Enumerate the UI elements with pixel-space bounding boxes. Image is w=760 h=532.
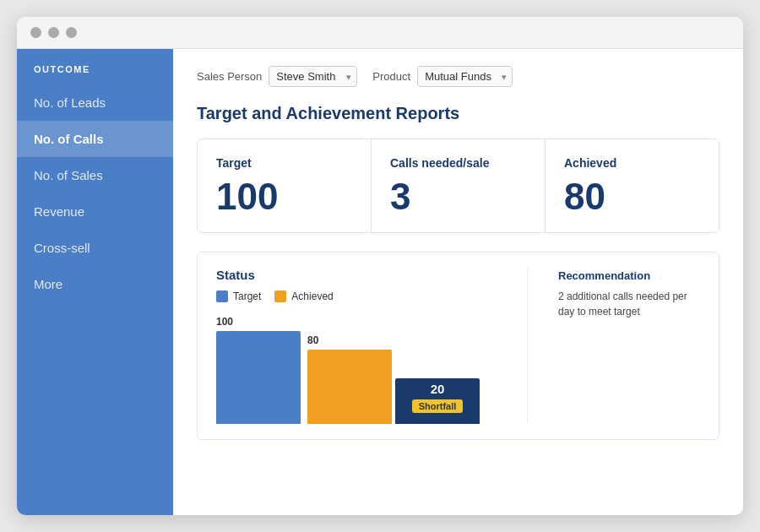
shortfall-bar-rect: 20 Shortfall	[395, 378, 480, 424]
kpi-card-achieved: Achieved 80	[546, 139, 719, 232]
bar-chart: 100 80 20 Shortfall	[216, 314, 527, 424]
status-panel: Status Target Achieved	[197, 252, 719, 440]
legend-item-target: Target	[216, 290, 261, 302]
sidebar-item-more[interactable]: More	[17, 266, 173, 302]
status-left: Status Target Achieved	[216, 268, 527, 424]
bar-label-achieved: 80	[307, 334, 318, 346]
bar-rect-target	[216, 331, 301, 424]
shortfall-value: 20	[431, 382, 445, 396]
legend-dot-achieved	[274, 290, 286, 302]
product-select[interactable]: Mutual Funds	[417, 66, 513, 87]
kpi-value-achieved: 80	[564, 178, 700, 215]
kpi-label-target: Target	[216, 156, 352, 170]
kpi-card-target: Target 100	[198, 139, 372, 232]
page-title: Target and Achievement Reports	[197, 104, 719, 123]
top-bar: Sales Person Steve Smith Product Mutual …	[197, 66, 719, 87]
chart-legend: Target Achieved	[216, 290, 527, 302]
product-label: Product	[372, 70, 410, 83]
salesperson-select[interactable]: Steve Smith	[269, 66, 357, 87]
sidebar-section-label: OUTCOME	[17, 64, 173, 84]
window-body: OUTCOME No. of Leads No. of Calls No. of…	[17, 49, 743, 515]
legend-item-achieved: Achieved	[274, 290, 333, 302]
title-bar	[17, 17, 743, 49]
salesperson-select-wrapper[interactable]: Steve Smith	[269, 66, 357, 87]
salesperson-label: Sales Person	[197, 70, 262, 83]
app-window: OUTCOME No. of Leads No. of Calls No. of…	[17, 17, 743, 515]
legend-label-achieved: Achieved	[291, 290, 333, 302]
sidebar: OUTCOME No. of Leads No. of Calls No. of…	[17, 49, 173, 515]
legend-dot-target	[216, 290, 228, 302]
product-select-wrapper[interactable]: Mutual Funds	[417, 66, 513, 87]
sidebar-item-revenue[interactable]: Revenue	[17, 193, 173, 230]
kpi-value-calls: 3	[390, 178, 526, 215]
shortfall-group: 20 Shortfall	[395, 378, 480, 424]
sidebar-item-crosssell[interactable]: Cross-sell	[17, 230, 173, 266]
kpi-card-calls: Calls needed/sale 3	[372, 139, 546, 232]
bar-achieved: 80	[307, 334, 392, 424]
status-right: Recommendation 2 additional calls needed…	[527, 268, 700, 424]
bar-target: 100	[216, 316, 301, 424]
salesperson-filter-group: Sales Person Steve Smith	[197, 66, 357, 87]
kpi-row: Target 100 Calls needed/sale 3 Achieved …	[197, 138, 719, 233]
sidebar-item-calls[interactable]: No. of Calls	[17, 121, 173, 157]
window-dot-1	[30, 27, 41, 38]
window-dot-3	[66, 27, 77, 38]
product-filter-group: Product Mutual Funds	[372, 66, 513, 87]
kpi-value-target: 100	[216, 178, 352, 215]
kpi-label-calls: Calls needed/sale	[390, 156, 526, 170]
main-content: Sales Person Steve Smith Product Mutual …	[173, 49, 743, 515]
sidebar-item-sales[interactable]: No. of Sales	[17, 157, 173, 193]
window-dot-2	[48, 27, 59, 38]
recommendation-title: Recommendation	[545, 269, 700, 282]
bar-label-target: 100	[216, 316, 233, 328]
status-title: Status	[216, 268, 527, 282]
sidebar-item-leads[interactable]: No. of Leads	[17, 84, 173, 121]
recommendation-text: 2 additional calls needed per day to mee…	[545, 289, 700, 319]
kpi-label-achieved: Achieved	[564, 156, 700, 170]
legend-label-target: Target	[233, 290, 261, 302]
shortfall-badge: Shortfall	[412, 399, 464, 413]
bar-rect-achieved	[307, 350, 392, 424]
